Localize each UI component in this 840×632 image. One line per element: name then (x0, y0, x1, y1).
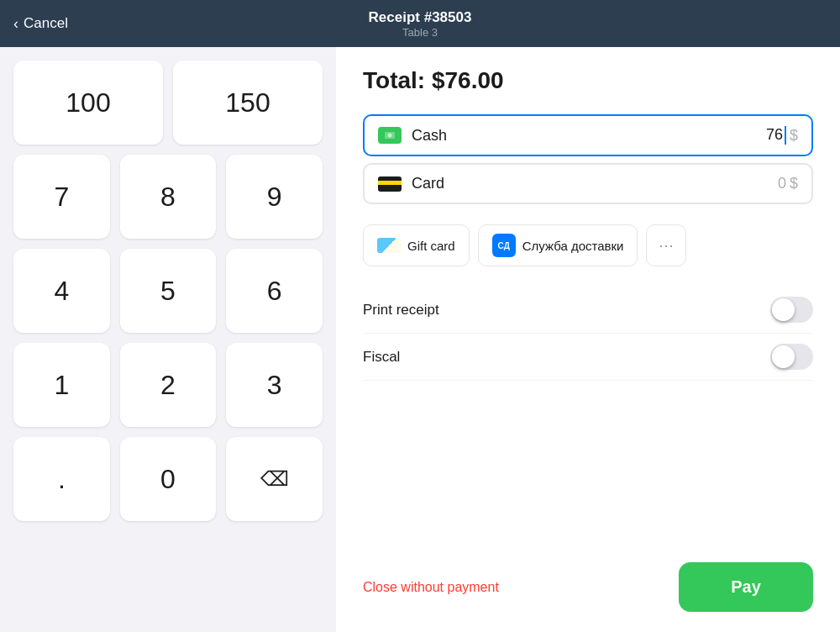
fiscal-toggle[interactable] (770, 344, 813, 370)
header: ‹ Cancel Receipt #38503 Table 3 (0, 0, 840, 47)
header-center: Receipt #38503 Table 3 (369, 9, 472, 39)
close-without-payment-button[interactable]: Close without payment (363, 580, 499, 595)
keypad-section: 100 150 7 8 9 4 5 6 1 2 3 . 0 ⌫ (0, 47, 336, 632)
key-6[interactable]: 6 (226, 249, 323, 333)
toggle-knob (772, 298, 795, 321)
key-9[interactable]: 9 (226, 155, 323, 239)
more-icon: ··· (659, 237, 674, 255)
key-0[interactable]: 0 (120, 437, 217, 521)
print-receipt-label: Print receipt (363, 302, 439, 319)
chevron-left-icon: ‹ (13, 15, 18, 33)
card-stripe-icon (378, 176, 402, 192)
payment-rows: Cash 76 $ Card 0 $ (363, 114, 813, 211)
close-label: Close without payment (363, 580, 499, 594)
key-dot[interactable]: . (13, 437, 110, 521)
key-7[interactable]: 7 (13, 155, 110, 239)
key-1[interactable]: 1 (13, 343, 110, 427)
text-cursor (785, 126, 786, 145)
quick-amounts: 100 150 (13, 61, 323, 145)
main-layout: 100 150 7 8 9 4 5 6 1 2 3 . 0 ⌫ Total: $… (0, 47, 840, 632)
cancel-label: Cancel (24, 15, 68, 32)
backspace-button[interactable]: ⌫ (226, 437, 323, 521)
payment-methods: Gift card СД Служба доставки ··· (363, 224, 813, 266)
key-2[interactable]: 2 (120, 343, 217, 427)
cancel-button[interactable]: ‹ Cancel (13, 15, 68, 33)
cash-label: Cash (412, 127, 766, 145)
payment-row-card[interactable]: Card 0 $ (363, 163, 813, 204)
quick-amount-100[interactable]: 100 (13, 61, 163, 145)
key-5[interactable]: 5 (120, 249, 217, 333)
card-amount: 0 (778, 175, 786, 192)
delivery-button[interactable]: СД Служба доставки (478, 224, 638, 266)
gift-card-button[interactable]: Gift card (363, 224, 470, 266)
print-receipt-toggle[interactable] (770, 297, 813, 323)
fiscal-label: Fiscal (363, 349, 400, 366)
receipt-title: Receipt #38503 (369, 9, 472, 26)
gift-card-label: Gift card (407, 239, 455, 253)
delivery-label: Служба доставки (522, 239, 624, 253)
bottom-actions: Close without payment Pay (363, 549, 813, 612)
table-subtitle: Table 3 (369, 26, 472, 39)
card-label: Card (412, 175, 778, 192)
toggle-knob-fiscal (772, 345, 795, 368)
keypad-grid: 7 8 9 4 5 6 1 2 3 . 0 ⌫ (13, 155, 323, 521)
pay-label: Pay (731, 577, 761, 596)
payment-row-cash[interactable]: Cash 76 $ (363, 114, 813, 156)
print-receipt-row: Print receipt (363, 287, 813, 334)
card-currency: $ (790, 175, 798, 192)
cash-amount: 76 (766, 126, 786, 145)
key-8[interactable]: 8 (120, 155, 217, 239)
gift-card-icon (377, 238, 401, 253)
svg-point-2 (388, 134, 392, 138)
card-icon (378, 176, 402, 192)
total-label: Total: $76.00 (363, 67, 813, 94)
fiscal-row: Fiscal (363, 334, 813, 381)
delivery-icon: СД (492, 234, 516, 257)
quick-amount-150[interactable]: 150 (173, 61, 323, 145)
pay-button[interactable]: Pay (679, 562, 813, 612)
payment-section: Total: $76.00 Cash 76 $ (336, 47, 840, 632)
key-4[interactable]: 4 (13, 249, 110, 333)
cash-icon (378, 127, 402, 144)
backspace-icon: ⌫ (260, 467, 289, 491)
money-icon (383, 129, 396, 141)
key-3[interactable]: 3 (226, 343, 323, 427)
more-methods-button[interactable]: ··· (646, 224, 686, 266)
cash-currency: $ (790, 127, 798, 145)
